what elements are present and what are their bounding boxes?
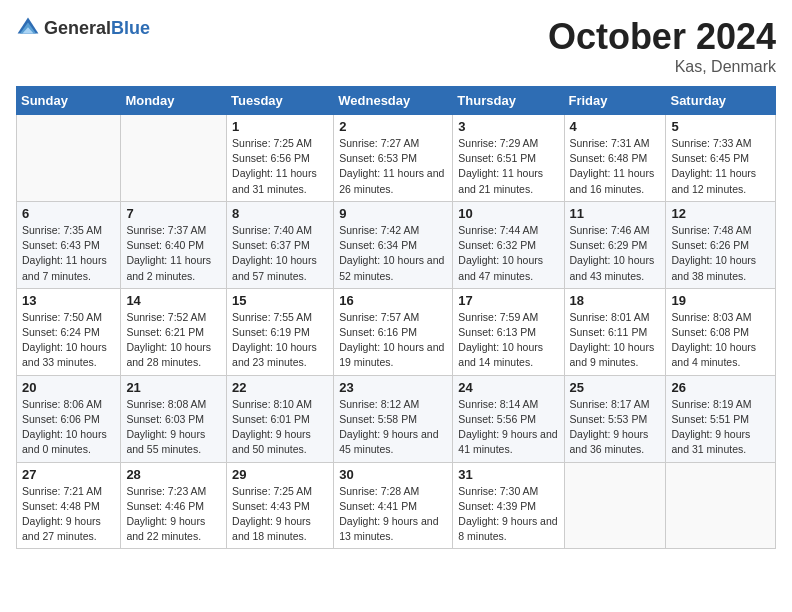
column-header-monday: Monday xyxy=(121,87,227,115)
column-header-saturday: Saturday xyxy=(666,87,776,115)
location-title: Kas, Denmark xyxy=(548,58,776,76)
day-cell: 20Sunrise: 8:06 AM Sunset: 6:06 PM Dayli… xyxy=(17,375,121,462)
day-cell: 24Sunrise: 8:14 AM Sunset: 5:56 PM Dayli… xyxy=(453,375,564,462)
day-cell: 5Sunrise: 7:33 AM Sunset: 6:45 PM Daylig… xyxy=(666,115,776,202)
day-info: Sunrise: 7:25 AM Sunset: 4:43 PM Dayligh… xyxy=(232,484,328,545)
day-cell: 10Sunrise: 7:44 AM Sunset: 6:32 PM Dayli… xyxy=(453,201,564,288)
day-number: 19 xyxy=(671,293,770,308)
day-number: 17 xyxy=(458,293,558,308)
week-row-3: 13Sunrise: 7:50 AM Sunset: 6:24 PM Dayli… xyxy=(17,288,776,375)
day-cell: 28Sunrise: 7:23 AM Sunset: 4:46 PM Dayli… xyxy=(121,462,227,549)
day-info: Sunrise: 7:29 AM Sunset: 6:51 PM Dayligh… xyxy=(458,136,558,197)
day-cell: 19Sunrise: 8:03 AM Sunset: 6:08 PM Dayli… xyxy=(666,288,776,375)
day-cell: 13Sunrise: 7:50 AM Sunset: 6:24 PM Dayli… xyxy=(17,288,121,375)
day-number: 28 xyxy=(126,467,221,482)
logo: GeneralBlue xyxy=(16,16,150,40)
day-info: Sunrise: 8:17 AM Sunset: 5:53 PM Dayligh… xyxy=(570,397,661,458)
day-number: 8 xyxy=(232,206,328,221)
day-number: 20 xyxy=(22,380,115,395)
day-cell: 8Sunrise: 7:40 AM Sunset: 6:37 PM Daylig… xyxy=(227,201,334,288)
day-number: 7 xyxy=(126,206,221,221)
day-info: Sunrise: 7:44 AM Sunset: 6:32 PM Dayligh… xyxy=(458,223,558,284)
day-info: Sunrise: 8:10 AM Sunset: 6:01 PM Dayligh… xyxy=(232,397,328,458)
day-cell: 3Sunrise: 7:29 AM Sunset: 6:51 PM Daylig… xyxy=(453,115,564,202)
day-cell: 16Sunrise: 7:57 AM Sunset: 6:16 PM Dayli… xyxy=(334,288,453,375)
day-number: 5 xyxy=(671,119,770,134)
day-cell: 22Sunrise: 8:10 AM Sunset: 6:01 PM Dayli… xyxy=(227,375,334,462)
day-number: 31 xyxy=(458,467,558,482)
day-number: 23 xyxy=(339,380,447,395)
column-header-sunday: Sunday xyxy=(17,87,121,115)
day-info: Sunrise: 8:06 AM Sunset: 6:06 PM Dayligh… xyxy=(22,397,115,458)
week-row-5: 27Sunrise: 7:21 AM Sunset: 4:48 PM Dayli… xyxy=(17,462,776,549)
day-cell xyxy=(17,115,121,202)
day-cell xyxy=(121,115,227,202)
title-area: October 2024 Kas, Denmark xyxy=(548,16,776,76)
day-info: Sunrise: 7:48 AM Sunset: 6:26 PM Dayligh… xyxy=(671,223,770,284)
day-cell: 29Sunrise: 7:25 AM Sunset: 4:43 PM Dayli… xyxy=(227,462,334,549)
day-cell: 12Sunrise: 7:48 AM Sunset: 6:26 PM Dayli… xyxy=(666,201,776,288)
day-cell: 27Sunrise: 7:21 AM Sunset: 4:48 PM Dayli… xyxy=(17,462,121,549)
day-cell: 31Sunrise: 7:30 AM Sunset: 4:39 PM Dayli… xyxy=(453,462,564,549)
day-number: 25 xyxy=(570,380,661,395)
day-cell xyxy=(666,462,776,549)
day-info: Sunrise: 8:12 AM Sunset: 5:58 PM Dayligh… xyxy=(339,397,447,458)
day-number: 4 xyxy=(570,119,661,134)
day-number: 2 xyxy=(339,119,447,134)
day-cell: 6Sunrise: 7:35 AM Sunset: 6:43 PM Daylig… xyxy=(17,201,121,288)
day-info: Sunrise: 7:23 AM Sunset: 4:46 PM Dayligh… xyxy=(126,484,221,545)
day-number: 11 xyxy=(570,206,661,221)
day-number: 12 xyxy=(671,206,770,221)
day-cell: 15Sunrise: 7:55 AM Sunset: 6:19 PM Dayli… xyxy=(227,288,334,375)
day-info: Sunrise: 8:01 AM Sunset: 6:11 PM Dayligh… xyxy=(570,310,661,371)
day-cell: 18Sunrise: 8:01 AM Sunset: 6:11 PM Dayli… xyxy=(564,288,666,375)
day-cell: 21Sunrise: 8:08 AM Sunset: 6:03 PM Dayli… xyxy=(121,375,227,462)
column-header-friday: Friday xyxy=(564,87,666,115)
day-info: Sunrise: 7:59 AM Sunset: 6:13 PM Dayligh… xyxy=(458,310,558,371)
day-cell: 4Sunrise: 7:31 AM Sunset: 6:48 PM Daylig… xyxy=(564,115,666,202)
day-number: 26 xyxy=(671,380,770,395)
day-number: 10 xyxy=(458,206,558,221)
calendar-header-row: SundayMondayTuesdayWednesdayThursdayFrid… xyxy=(17,87,776,115)
day-info: Sunrise: 7:52 AM Sunset: 6:21 PM Dayligh… xyxy=(126,310,221,371)
day-number: 18 xyxy=(570,293,661,308)
day-info: Sunrise: 7:25 AM Sunset: 6:56 PM Dayligh… xyxy=(232,136,328,197)
day-info: Sunrise: 7:46 AM Sunset: 6:29 PM Dayligh… xyxy=(570,223,661,284)
day-cell: 25Sunrise: 8:17 AM Sunset: 5:53 PM Dayli… xyxy=(564,375,666,462)
day-number: 16 xyxy=(339,293,447,308)
day-cell: 26Sunrise: 8:19 AM Sunset: 5:51 PM Dayli… xyxy=(666,375,776,462)
day-cell: 1Sunrise: 7:25 AM Sunset: 6:56 PM Daylig… xyxy=(227,115,334,202)
header: GeneralBlue October 2024 Kas, Denmark xyxy=(16,16,776,76)
day-cell: 11Sunrise: 7:46 AM Sunset: 6:29 PM Dayli… xyxy=(564,201,666,288)
day-info: Sunrise: 7:57 AM Sunset: 6:16 PM Dayligh… xyxy=(339,310,447,371)
day-info: Sunrise: 7:27 AM Sunset: 6:53 PM Dayligh… xyxy=(339,136,447,197)
day-number: 29 xyxy=(232,467,328,482)
day-cell: 30Sunrise: 7:28 AM Sunset: 4:41 PM Dayli… xyxy=(334,462,453,549)
day-cell: 14Sunrise: 7:52 AM Sunset: 6:21 PM Dayli… xyxy=(121,288,227,375)
logo-blue: Blue xyxy=(111,18,150,38)
day-info: Sunrise: 7:42 AM Sunset: 6:34 PM Dayligh… xyxy=(339,223,447,284)
column-header-thursday: Thursday xyxy=(453,87,564,115)
day-info: Sunrise: 7:55 AM Sunset: 6:19 PM Dayligh… xyxy=(232,310,328,371)
day-info: Sunrise: 7:37 AM Sunset: 6:40 PM Dayligh… xyxy=(126,223,221,284)
day-cell: 7Sunrise: 7:37 AM Sunset: 6:40 PM Daylig… xyxy=(121,201,227,288)
day-info: Sunrise: 8:19 AM Sunset: 5:51 PM Dayligh… xyxy=(671,397,770,458)
logo-general: General xyxy=(44,18,111,38)
day-number: 27 xyxy=(22,467,115,482)
day-number: 9 xyxy=(339,206,447,221)
day-info: Sunrise: 7:33 AM Sunset: 6:45 PM Dayligh… xyxy=(671,136,770,197)
day-info: Sunrise: 7:28 AM Sunset: 4:41 PM Dayligh… xyxy=(339,484,447,545)
day-info: Sunrise: 7:40 AM Sunset: 6:37 PM Dayligh… xyxy=(232,223,328,284)
day-number: 6 xyxy=(22,206,115,221)
week-row-1: 1Sunrise: 7:25 AM Sunset: 6:56 PM Daylig… xyxy=(17,115,776,202)
day-number: 13 xyxy=(22,293,115,308)
day-number: 15 xyxy=(232,293,328,308)
day-number: 30 xyxy=(339,467,447,482)
calendar-table: SundayMondayTuesdayWednesdayThursdayFrid… xyxy=(16,86,776,549)
day-info: Sunrise: 8:03 AM Sunset: 6:08 PM Dayligh… xyxy=(671,310,770,371)
day-info: Sunrise: 7:50 AM Sunset: 6:24 PM Dayligh… xyxy=(22,310,115,371)
day-info: Sunrise: 8:08 AM Sunset: 6:03 PM Dayligh… xyxy=(126,397,221,458)
day-info: Sunrise: 7:31 AM Sunset: 6:48 PM Dayligh… xyxy=(570,136,661,197)
day-cell: 2Sunrise: 7:27 AM Sunset: 6:53 PM Daylig… xyxy=(334,115,453,202)
week-row-4: 20Sunrise: 8:06 AM Sunset: 6:06 PM Dayli… xyxy=(17,375,776,462)
